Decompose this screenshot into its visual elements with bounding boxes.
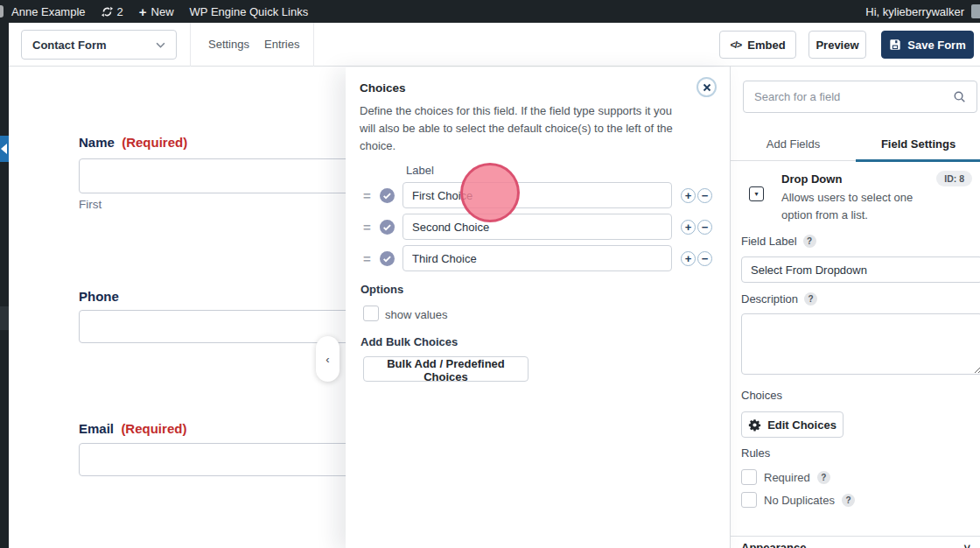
rules-label-text: Rules: [741, 446, 770, 460]
rules-setting: Rules: [741, 446, 770, 460]
show-values-label: show values: [385, 308, 448, 321]
flyout-title: Choices: [360, 81, 406, 95]
help-icon[interactable]: ?: [804, 292, 817, 306]
user-greeting[interactable]: Hi, kylieberrywalker: [865, 5, 964, 18]
name-field-label: Name (Required): [79, 135, 187, 150]
no-duplicates-label: No Duplicates: [764, 494, 835, 507]
appearance-label: Appearance: [741, 541, 806, 548]
save-form-button[interactable]: Save Form: [881, 31, 974, 59]
field-label-text: Name: [79, 135, 115, 150]
form-switcher-dropdown[interactable]: Contact Form: [21, 30, 177, 60]
default-choice-toggle-icon[interactable]: [380, 188, 395, 203]
drag-handle-icon[interactable]: =: [363, 251, 375, 266]
dropdown-field-icon: ▾: [749, 186, 764, 201]
remove-choice-button[interactable]: −: [697, 251, 712, 266]
drag-handle-icon[interactable]: =: [363, 220, 375, 235]
wp-admin-menu-collapsed[interactable]: [0, 23, 9, 548]
no-duplicates-checkbox[interactable]: [741, 492, 757, 508]
section-divider: [731, 536, 980, 537]
description-label-text: Description: [741, 292, 798, 306]
updates-count: 2: [117, 5, 123, 18]
save-form-label: Save Form: [907, 39, 965, 52]
bulk-add-button[interactable]: Bulk Add / Predefined Choices: [363, 356, 528, 382]
drag-handle-icon[interactable]: =: [363, 188, 375, 203]
wp-admin-bar: Anne Example 2 + New WP Engine Quick Lin…: [0, 0, 980, 23]
choice-label-input[interactable]: [402, 182, 672, 208]
field-label-input[interactable]: [741, 256, 980, 283]
edit-choices-button[interactable]: Edit Choices: [741, 411, 844, 438]
preview-button[interactable]: Preview: [808, 31, 866, 59]
help-icon[interactable]: ?: [842, 494, 855, 507]
choices-label-header: Label: [406, 164, 434, 177]
updates-menu[interactable]: 2: [94, 0, 131, 23]
remove-choice-button[interactable]: −: [697, 188, 712, 203]
field-label-text: Email: [79, 421, 114, 436]
add-choice-button[interactable]: +: [681, 188, 696, 203]
admin-menu-current-item[interactable]: [0, 136, 9, 162]
menu-arrow-icon: [1, 144, 7, 154]
help-icon[interactable]: ?: [803, 235, 816, 248]
choices-setting: Choices: [741, 389, 782, 402]
choices-flyout-panel: Choices Define the choices for this fiel…: [346, 67, 730, 548]
required-indicator: (Required): [122, 135, 187, 150]
updates-icon: [102, 6, 113, 18]
admin-bar-right: Hi, kylieberrywalker: [865, 0, 980, 23]
sidebar-tabs: Add Fields Field Settings: [731, 130, 980, 161]
choice-label-input[interactable]: [402, 214, 672, 240]
chevron-down-icon: ˅: [963, 541, 970, 548]
avatar[interactable]: [971, 4, 980, 18]
name-first-sublabel: First: [79, 198, 102, 211]
choice-label-input[interactable]: [402, 245, 672, 271]
required-rule-row: Required ?: [741, 469, 830, 485]
add-choice-button[interactable]: +: [681, 220, 696, 235]
field-type-description: Allows users to select one option from a…: [781, 189, 932, 223]
new-content-menu[interactable]: + New: [131, 0, 182, 23]
settings-link[interactable]: Settings: [208, 38, 249, 51]
close-icon: [703, 83, 711, 92]
description-setting: Description ?: [741, 292, 817, 306]
choice-row: =: [360, 245, 395, 271]
default-choice-toggle-icon[interactable]: [380, 251, 395, 266]
description-textarea[interactable]: [741, 313, 980, 375]
save-icon: [889, 39, 901, 51]
choice-row: =: [360, 214, 395, 240]
choices-label-text: Choices: [741, 389, 782, 402]
search-icon: [953, 90, 966, 103]
show-values-checkbox[interactable]: [363, 306, 379, 321]
click-indicator: [460, 163, 520, 222]
admin-bar-left: Anne Example 2 + New WP Engine Quick Lin…: [0, 0, 316, 23]
add-choice-button[interactable]: +: [681, 251, 696, 266]
edit-choices-label: Edit Choices: [767, 418, 836, 432]
embed-label: Embed: [747, 39, 785, 52]
flyout-description: Define the choices for this field. If th…: [360, 102, 690, 155]
phone-field-label: Phone: [79, 289, 119, 304]
preview-label: Preview: [816, 39, 858, 52]
code-icon: </>: [730, 39, 741, 50]
tab-field-settings[interactable]: Field Settings: [856, 130, 980, 160]
search-input[interactable]: [744, 90, 953, 103]
tab-add-fields[interactable]: Add Fields: [731, 130, 856, 160]
no-duplicates-rule-row: No Duplicates ?: [741, 492, 855, 508]
field-id-badge: ID: 8: [936, 171, 972, 186]
sidebar-collapse-toggle[interactable]: ‹: [316, 336, 340, 382]
remove-choice-button[interactable]: −: [697, 220, 712, 235]
options-header: Options: [360, 283, 403, 296]
wp-engine-quick-links-menu[interactable]: WP Engine Quick Links: [182, 0, 317, 23]
site-name-menu[interactable]: Anne Example: [4, 0, 94, 23]
gear-icon: [748, 418, 761, 432]
toolbar-divider: [190, 23, 191, 67]
choice-row: =: [360, 182, 395, 208]
chevron-down-icon: [156, 42, 165, 48]
help-icon[interactable]: ?: [817, 471, 830, 484]
close-button[interactable]: [696, 77, 717, 97]
entries-link[interactable]: Entries: [264, 38, 299, 51]
form-switcher-value: Contact Form: [32, 39, 107, 52]
appearance-section-toggle[interactable]: Appearance ˅: [741, 541, 970, 548]
plus-icon: +: [139, 5, 147, 18]
required-checkbox[interactable]: [741, 469, 757, 485]
default-choice-toggle-icon[interactable]: [380, 220, 395, 235]
toolbar-divider: [313, 23, 314, 67]
admin-menu-item[interactable]: [0, 306, 9, 330]
quick-links-label: WP Engine Quick Links: [190, 5, 309, 18]
embed-button[interactable]: </> Embed: [719, 31, 796, 59]
